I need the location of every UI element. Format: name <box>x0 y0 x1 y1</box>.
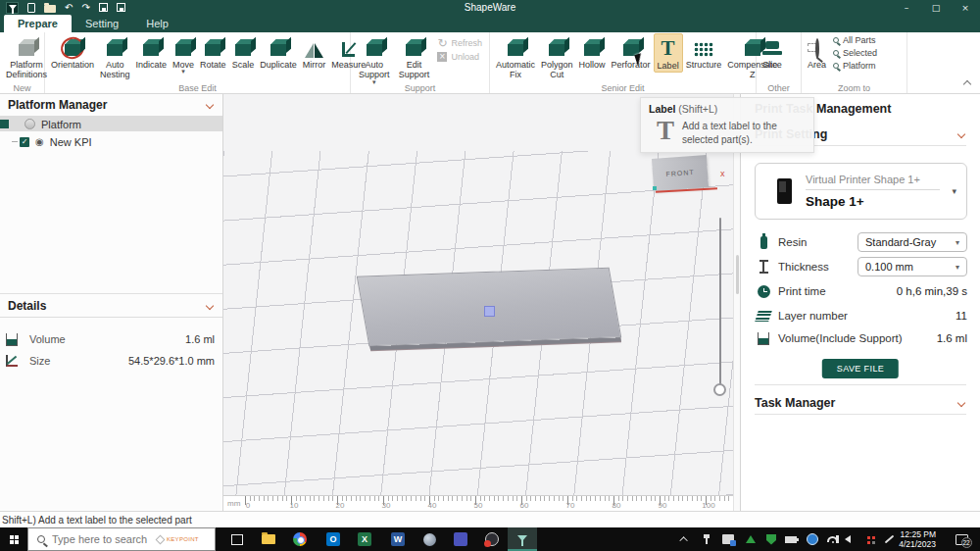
tree-row-new-kpi[interactable]: ✓ ◉ New KPI <box>0 134 222 149</box>
rotate-button[interactable]: Rotate <box>197 33 229 71</box>
resin-select[interactable]: Standard-Gray ▾ <box>858 232 967 252</box>
collapse-ribbon-icon[interactable] <box>963 80 971 88</box>
platform-definitions-button[interactable]: Platform Definitions <box>3 33 50 81</box>
refresh-button[interactable]: ↻ Refresh <box>437 37 482 49</box>
edit-support-button[interactable]: Edit Support <box>395 33 434 81</box>
save-file-button[interactable]: SAVE FILE <box>822 359 899 378</box>
search-input[interactable] <box>52 533 155 545</box>
minimize-button[interactable]: – <box>892 0 921 15</box>
mirror-button[interactable]: Mirror <box>300 33 329 71</box>
notification-center-button[interactable]: 22 <box>951 527 972 551</box>
printer-selector[interactable]: Virtual Printer Shape 1+ Shape 1+ ▾ <box>755 163 967 220</box>
tray-antivirus[interactable] <box>762 527 780 551</box>
platform-icon <box>24 119 35 129</box>
platform-manager-header[interactable]: Platform Manager <box>0 94 222 117</box>
tree-row-platform[interactable]: Platform <box>0 117 222 131</box>
file-explorer-button[interactable] <box>255 527 282 551</box>
move-button[interactable]: Move ▾ <box>170 33 197 75</box>
undo-icon[interactable]: ↶ <box>65 2 73 14</box>
structure-button[interactable]: Structure <box>683 33 725 71</box>
zoom-platform-button[interactable]: Platform <box>833 61 877 71</box>
tray-expand-button[interactable] <box>676 527 694 551</box>
folder-icon <box>262 534 275 544</box>
volume-row: Volume 1.6 ml <box>0 329 222 349</box>
start-button[interactable] <box>0 527 27 551</box>
polygon-cut-button[interactable]: Polygon Cut <box>538 33 576 81</box>
expander-icon[interactable] <box>0 120 9 128</box>
indicate-button[interactable]: Indicate <box>133 33 171 71</box>
orientation-button[interactable]: Orientation <box>48 33 97 71</box>
tab-prepare[interactable]: Prepare <box>4 15 72 32</box>
notification-badge: 22 <box>961 537 972 548</box>
zoom-selected-button[interactable]: Selected <box>833 48 877 58</box>
scale-button[interactable]: Scale <box>229 33 258 71</box>
viewport-3d[interactable]: FRONT x mm 0 10 20 30 40 50 60 70 80 90 … <box>223 94 733 511</box>
model-selection-handle[interactable] <box>484 306 495 317</box>
tray-pen[interactable] <box>880 527 898 551</box>
tray-snip[interactable] <box>719 527 737 551</box>
maximize-button[interactable]: □ <box>921 0 951 15</box>
auto-nesting-button[interactable]: Auto Nesting <box>97 33 133 81</box>
tray-volume[interactable] <box>839 527 857 551</box>
tray-upload[interactable] <box>742 527 760 551</box>
taskbar-clock[interactable]: 12:25 PM 4/21/2023 <box>899 529 936 549</box>
eye-icon[interactable]: ◉ <box>35 136 44 147</box>
task-view-button[interactable] <box>223 527 251 551</box>
perforator-button[interactable]: Perforator <box>609 33 654 71</box>
ruler-label: 70 <box>566 501 575 510</box>
chrome-button[interactable] <box>286 527 314 551</box>
view-cube[interactable]: FRONT <box>652 155 709 191</box>
word-button[interactable]: W <box>384 527 412 551</box>
label-button[interactable]: T Label <box>654 33 683 73</box>
chevron-down-icon[interactable] <box>957 399 965 407</box>
new-file-icon[interactable] <box>27 3 35 13</box>
task-manager-header[interactable]: Task Manager <box>741 386 980 414</box>
chevron-down-icon[interactable] <box>206 302 214 310</box>
slice-button[interactable]: Slice <box>760 33 785 71</box>
visibility-checkbox[interactable]: ✓ <box>20 137 29 147</box>
teams-button[interactable] <box>447 527 474 551</box>
auto-support-button[interactable]: Auto Support ▾ <box>354 33 395 86</box>
automatic-fix-icon <box>508 44 523 56</box>
close-button[interactable]: × <box>951 0 980 15</box>
chevron-down-icon[interactable] <box>957 130 965 138</box>
tray-sync-app[interactable] <box>804 527 821 551</box>
move-caret-icon[interactable]: ▾ <box>181 70 185 75</box>
save-all-icon[interactable] <box>117 3 125 12</box>
splitter-handle[interactable] <box>736 255 739 294</box>
ruler-label: 30 <box>382 501 391 510</box>
tray-battery[interactable] <box>782 527 800 551</box>
open-file-icon[interactable] <box>44 5 56 13</box>
hollow-button[interactable]: Hollow <box>576 33 609 71</box>
ruler-label: 60 <box>520 501 529 510</box>
shapeware-taskbar-button[interactable] <box>508 527 537 551</box>
all-parts-icon <box>833 37 839 43</box>
thickness-select[interactable]: 0.100 mm ▾ <box>858 257 967 276</box>
tab-help[interactable]: Help <box>132 15 182 32</box>
excel-button[interactable]: X <box>351 527 378 551</box>
redo-icon[interactable]: ↷ <box>81 2 89 14</box>
save-icon[interactable] <box>99 3 108 12</box>
z-height-knob[interactable] <box>713 383 726 396</box>
duplicate-button[interactable]: Duplicate <box>257 33 300 71</box>
details-header[interactable]: Details <box>0 295 222 318</box>
ruler-label: 50 <box>474 501 483 510</box>
chevron-down-icon[interactable]: ▾ <box>952 186 966 196</box>
outlook-button[interactable]: O <box>319 527 347 551</box>
app-button[interactable] <box>416 527 443 551</box>
tab-setting[interactable]: Setting <box>72 15 132 32</box>
tray-pin[interactable] <box>698 527 715 551</box>
ribbon-spacer <box>907 32 980 93</box>
chevron-down-icon[interactable] <box>206 101 214 109</box>
taskbar-search[interactable]: KEYPOINT <box>27 527 216 551</box>
z-height-indicator[interactable] <box>719 218 721 384</box>
tray-app-grid[interactable] <box>859 527 877 551</box>
print-time-value: 0 h,6 min,39 s <box>897 285 967 297</box>
recorder-button[interactable] <box>478 527 506 551</box>
automatic-fix-button[interactable]: Automatic Fix <box>493 33 538 81</box>
panel-splitter[interactable] <box>733 94 740 511</box>
area-zoom-button[interactable]: Area <box>805 33 829 71</box>
zoom-all-parts-button[interactable]: All Parts <box>833 35 877 45</box>
tooltip-T-icon: T <box>649 117 682 146</box>
unload-button[interactable]: × Unload <box>437 52 482 62</box>
